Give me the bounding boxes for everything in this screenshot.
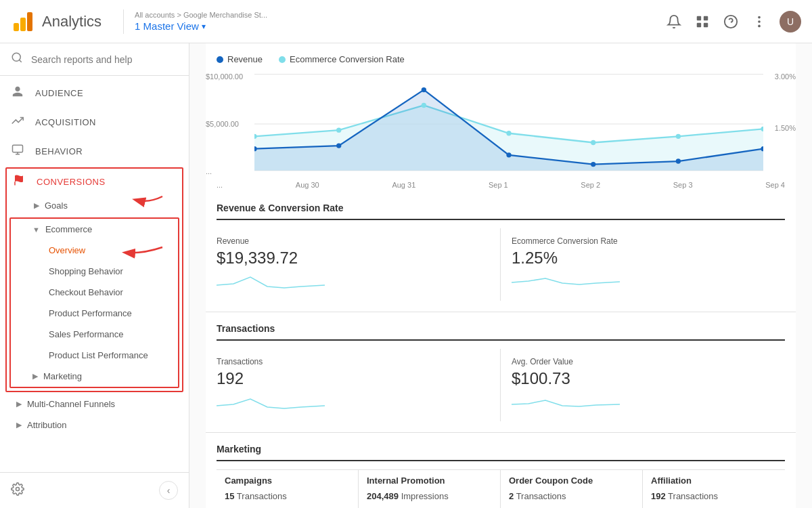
search-icon — [11, 51, 23, 67]
svg-rect-14 — [13, 145, 23, 152]
attribution-label: Attribution — [27, 420, 67, 430]
marketing-expand-icon: ▶ — [32, 372, 38, 381]
legend-revenue: Revenue — [217, 54, 263, 64]
monitor-icon — [11, 144, 24, 159]
svg-rect-5 — [697, 22, 701, 26]
revenue-value: $19,339.72 — [217, 249, 489, 268]
svg-rect-6 — [704, 22, 708, 26]
svg-rect-0 — [14, 23, 19, 31]
avg-order-value: $100.73 — [512, 369, 774, 388]
sidebar-item-multi-channel[interactable]: ▶ Multi-Channel Funnels — [0, 394, 189, 415]
sidebar-item-ecommerce[interactable]: ▼ Ecommerce — [11, 219, 178, 240]
svg-point-9 — [758, 16, 761, 18]
breadcrumb-top: All accounts > Google Merchandise St... — [135, 11, 267, 19]
campaigns-col: Campaigns 15 Transactions $963.63 Revenu… — [217, 470, 359, 508]
more-icon[interactable] — [751, 14, 767, 30]
ecr-label: Ecommerce Conversion Rate — [512, 236, 774, 246]
sidebar-item-behavior[interactable]: BEHAVIOR — [0, 137, 189, 166]
revenue-label: Revenue — [217, 236, 489, 246]
avg-order-cell: Avg. Order Value $100.73 — [501, 349, 785, 421]
settings-icon[interactable] — [11, 482, 24, 499]
legend-ecr-label: Ecommerce Conversion Rate — [290, 54, 405, 64]
svg-point-11 — [758, 24, 761, 27]
svg-point-33 — [422, 103, 426, 108]
transactions-section-title: Transactions — [217, 323, 785, 341]
acquisition-label: ACQUISITION — [35, 117, 96, 127]
breadcrumb-bottom[interactable]: 1 Master View ▾ — [135, 20, 267, 32]
main-layout: AUDIENCE ACQUISITION BEHAVIOR — [0, 43, 812, 508]
affiliation-suffix-0: Transactions — [668, 491, 718, 501]
attribution-expand-icon: ▶ — [16, 421, 22, 429]
marketing-section: Marketing Campaigns 15 Transactions $963… — [206, 433, 796, 508]
grid-icon[interactable] — [694, 14, 710, 30]
coupon-col: Order Coupon Code 2 Transactions $54.37 … — [501, 470, 643, 508]
topbar-icons: U — [666, 11, 801, 33]
svg-point-12 — [12, 53, 20, 61]
revenue-section: Revenue & Conversion Rate Revenue $19,33… — [206, 192, 796, 312]
svg-line-13 — [19, 60, 21, 62]
marketing-label: Marketing — [43, 371, 82, 381]
sidebar-item-marketing[interactable]: ▶ Marketing — [11, 366, 178, 387]
internal-promo-title: Internal Promotion — [367, 475, 492, 486]
x-label-0: ... — [217, 181, 223, 189]
sidebar-item-goals[interactable]: ▶ Goals — [7, 195, 182, 216]
search-input[interactable] — [31, 54, 178, 65]
flag-icon — [12, 174, 26, 190]
sidebar-item-checkout[interactable]: Checkout Behavior — [11, 282, 178, 303]
svg-point-32 — [336, 128, 341, 133]
sidebar-item-overview[interactable]: Overview — [11, 240, 178, 261]
topbar-divider — [123, 9, 124, 34]
sidebar-item-sales[interactable]: Sales Performance — [11, 324, 178, 345]
legend-ecr: Ecommerce Conversion Rate — [279, 54, 405, 64]
x-label-5: Sep 3 — [673, 181, 693, 189]
multi-channel-expand-icon: ▶ — [16, 400, 22, 408]
x-label-3: Sep 1 — [489, 181, 508, 189]
main-content: Revenue Ecommerce Conversion Rate $10,00… — [189, 43, 812, 508]
marketing-grid: Campaigns 15 Transactions $963.63 Revenu… — [217, 469, 785, 508]
notifications-icon[interactable] — [666, 14, 682, 30]
topbar: Analytics All accounts > Google Merchand… — [0, 0, 812, 43]
svg-rect-1 — [20, 18, 26, 31]
revenue-section-title: Revenue & Conversion Rate — [217, 203, 785, 220]
sidebar-item-product-list[interactable]: Product List Performance — [11, 345, 178, 366]
sidebar-item-conversions[interactable]: CONVERSIONS — [7, 169, 182, 195]
behavior-label: BEHAVIOR — [35, 146, 83, 156]
y-label-mid: $5,000.00 — [206, 120, 243, 128]
y-label-top: $10,000.00 — [206, 72, 243, 81]
avatar[interactable]: U — [780, 11, 801, 33]
ecr-value: 1.25% — [512, 249, 774, 268]
transactions-label: Transactions — [217, 357, 489, 366]
audience-label: AUDIENCE — [35, 88, 83, 98]
nav-section: AUDIENCE ACQUISITION BEHAVIOR — [0, 76, 189, 438]
svg-point-18 — [16, 487, 20, 490]
transactions-section: Transactions Transactions 192 Avg. Order… — [206, 312, 796, 433]
collapse-sidebar-button[interactable]: ‹ — [159, 481, 178, 500]
svg-point-36 — [676, 134, 681, 139]
y-right-mid: 1.50% — [775, 124, 796, 132]
revenue-sparkline — [217, 272, 325, 291]
svg-point-27 — [506, 152, 511, 157]
svg-rect-3 — [697, 16, 701, 20]
y-label-bot: ... — [206, 167, 243, 175]
x-label-4: Sep 2 — [581, 181, 600, 189]
svg-point-25 — [336, 143, 341, 148]
ecommerce-section: ▼ Ecommerce Overview Shopping Behavior C… — [9, 217, 179, 388]
ga-logo-icon — [11, 9, 35, 34]
coupon-title: Order Coupon Code — [509, 475, 634, 486]
sidebar-item-product-perf[interactable]: Product Performance — [11, 303, 178, 324]
ecr-dot — [279, 56, 286, 63]
sidebar-item-attribution[interactable]: ▶ Attribution — [0, 415, 189, 436]
sidebar-item-acquisition[interactable]: ACQUISITION — [0, 108, 189, 137]
trending-icon — [11, 114, 24, 130]
ecr-sparkline — [512, 272, 620, 291]
app-title: Analytics — [42, 13, 102, 30]
person-icon — [11, 85, 24, 101]
transactions-sparkline — [217, 392, 325, 411]
help-icon[interactable] — [723, 14, 739, 30]
svg-point-28 — [591, 162, 595, 167]
revenue-grid: Revenue $19,339.72 Ecommerce Conversion … — [217, 228, 785, 301]
campaigns-suffix-0: Transactions — [237, 491, 287, 501]
sidebar-item-shopping[interactable]: Shopping Behavior — [11, 261, 178, 282]
sidebar-item-audience[interactable]: AUDIENCE — [0, 79, 189, 108]
chart-legend: Revenue Ecommerce Conversion Rate — [206, 54, 796, 70]
